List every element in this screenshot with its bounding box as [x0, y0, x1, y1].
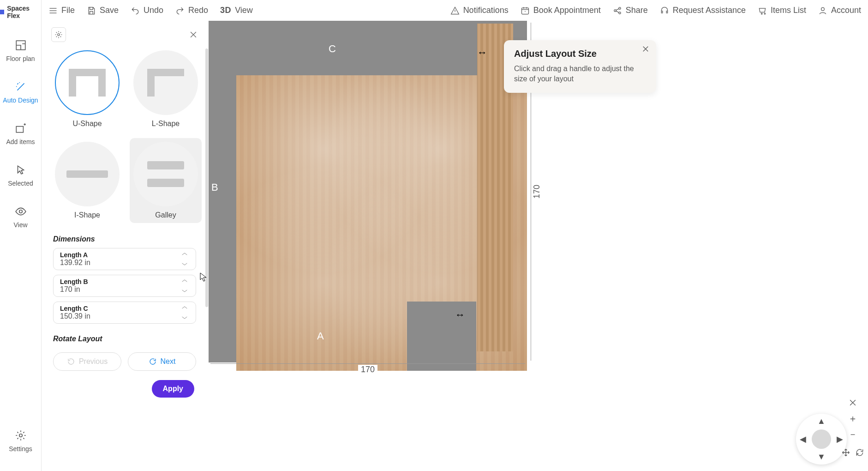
save-button[interactable]: Save: [87, 6, 119, 15]
close-icon: [848, 398, 857, 407]
refresh-icon[interactable]: [855, 448, 864, 457]
design-canvas[interactable]: A B C ↔ ↔ 170 170 Adjust Layout Size Cli…: [209, 21, 868, 471]
rotate-ccw-icon: [67, 357, 75, 366]
popover-body: Click and drag a handle to adjust the si…: [514, 64, 636, 85]
shape-i-label: I-Shape: [74, 211, 100, 219]
nav-up-button[interactable]: ▲: [817, 417, 826, 426]
add-items-icon: [15, 122, 27, 134]
resize-handle-bottom[interactable]: ↔: [455, 309, 465, 321]
share-button[interactable]: Share: [613, 6, 648, 15]
eye-icon: [15, 205, 27, 217]
pan-icon[interactable]: [841, 448, 850, 457]
shape-galley[interactable]: Galley: [130, 138, 202, 223]
svg-rect-6: [16, 127, 23, 133]
undo-icon: [131, 6, 140, 15]
nav-auto-design[interactable]: Auto Design: [0, 72, 42, 113]
rotate-prev-label: Previous: [79, 357, 108, 366]
file-label: File: [61, 6, 75, 15]
save-label: Save: [100, 6, 119, 15]
length-b-value: 170 in: [60, 285, 175, 294]
wall-label-a: A: [317, 330, 324, 342]
view-nav-orb[interactable]: ▲ ▼ ◀ ▶: [796, 414, 847, 465]
rotate-row: Previous Next: [48, 348, 201, 375]
cart-icon: [758, 6, 767, 15]
u-shape-icon: [69, 69, 106, 97]
gear-icon: [15, 429, 27, 441]
redo-button[interactable]: Redo: [175, 6, 208, 15]
rotate-next-button[interactable]: Next: [128, 352, 196, 371]
shape-i-preview: [55, 142, 120, 206]
nav-add-items[interactable]: Add items: [0, 113, 42, 155]
shape-galley-preview: [133, 142, 198, 206]
length-a-stepper: [181, 251, 192, 267]
floor-notch: [407, 302, 476, 371]
nav-settings[interactable]: Settings: [0, 420, 42, 462]
wall-label-c: C: [329, 43, 336, 55]
undo-button[interactable]: Undo: [131, 6, 163, 15]
notifications-button[interactable]: Notifications: [450, 6, 509, 15]
floor-plan-icon: [15, 39, 27, 51]
wall-label-b: B: [211, 181, 218, 193]
ruler-horizontal: 170: [209, 363, 527, 375]
popover-close-button[interactable]: [641, 45, 650, 53]
share-icon: [613, 6, 622, 15]
account-button[interactable]: Account: [818, 6, 861, 15]
chevron-up-icon[interactable]: [181, 305, 188, 310]
nav-add-items-label: Add items: [6, 138, 35, 145]
shape-galley-label: Galley: [155, 211, 176, 219]
nav-view-label: View: [13, 221, 27, 229]
nav-left-button[interactable]: ◀: [800, 434, 806, 444]
rotate-previous-button[interactable]: Previous: [53, 352, 121, 371]
view-label: View: [235, 6, 253, 15]
chevron-up-icon[interactable]: [181, 278, 188, 284]
canvas-side-controls: ＋ －: [841, 398, 864, 457]
length-a-field[interactable]: Length A 139.92 in: [53, 248, 196, 270]
zoom-out-button[interactable]: －: [848, 429, 857, 439]
nav-settings-label: Settings: [9, 445, 32, 453]
chevron-up-icon[interactable]: [181, 251, 188, 257]
file-menu[interactable]: File: [48, 6, 75, 15]
shape-i[interactable]: I-Shape: [51, 138, 123, 223]
items-list-button[interactable]: Items List: [758, 6, 806, 15]
length-a-label: Length A: [60, 251, 175, 259]
chevron-down-icon[interactable]: [181, 288, 188, 294]
floor-stage[interactable]: A B C ↔ ↔: [209, 21, 527, 362]
redo-icon: [175, 6, 185, 15]
nav-joystick[interactable]: [812, 429, 831, 449]
length-a-value: 139.92 in: [60, 259, 175, 267]
panel-settings-button[interactable]: [51, 27, 66, 42]
view-3d-toggle[interactable]: 3D View: [220, 6, 253, 15]
notifications-label: Notifications: [463, 6, 509, 15]
nav-floor-plan[interactable]: Floor plan: [0, 30, 42, 72]
apply-button[interactable]: Apply: [152, 380, 194, 398]
canvas-controls-close-button[interactable]: [848, 398, 857, 407]
nav-view[interactable]: View: [0, 196, 42, 238]
panel-close-button[interactable]: [189, 30, 198, 39]
close-icon: [641, 45, 650, 53]
length-b-field[interactable]: Length B 170 in: [53, 275, 196, 297]
length-c-field[interactable]: Length C 150.39 in: [53, 302, 196, 324]
alert-icon: [450, 6, 460, 15]
shape-l[interactable]: L-Shape: [130, 47, 202, 132]
account-label: Account: [831, 6, 861, 15]
request-label: Request Assistance: [673, 6, 746, 15]
galley-icon: [147, 161, 184, 187]
shape-u[interactable]: U-Shape: [51, 47, 123, 132]
toolbar-left-group: File Save Undo Redo 3D View: [48, 6, 253, 15]
cursor-icon: [15, 164, 27, 176]
zoom-in-button[interactable]: ＋: [848, 414, 857, 423]
panel-scrollbar[interactable]: [205, 48, 208, 307]
nav-selected[interactable]: Selected: [0, 155, 42, 196]
svg-point-4: [821, 7, 825, 11]
request-assistance-button[interactable]: Request Assistance: [660, 6, 746, 15]
svg-point-9: [58, 34, 60, 36]
svg-point-8: [19, 434, 22, 437]
book-appointment-button[interactable]: Book Appointment: [521, 6, 601, 15]
chevron-down-icon[interactable]: [181, 261, 188, 267]
chevron-down-icon[interactable]: [181, 315, 188, 320]
resize-handle-top[interactable]: ↔: [477, 47, 487, 59]
dimensions-heading: Dimensions: [48, 229, 201, 248]
nav-down-button[interactable]: ▼: [817, 452, 826, 462]
calendar-icon: [521, 6, 530, 15]
save-icon: [87, 6, 96, 15]
